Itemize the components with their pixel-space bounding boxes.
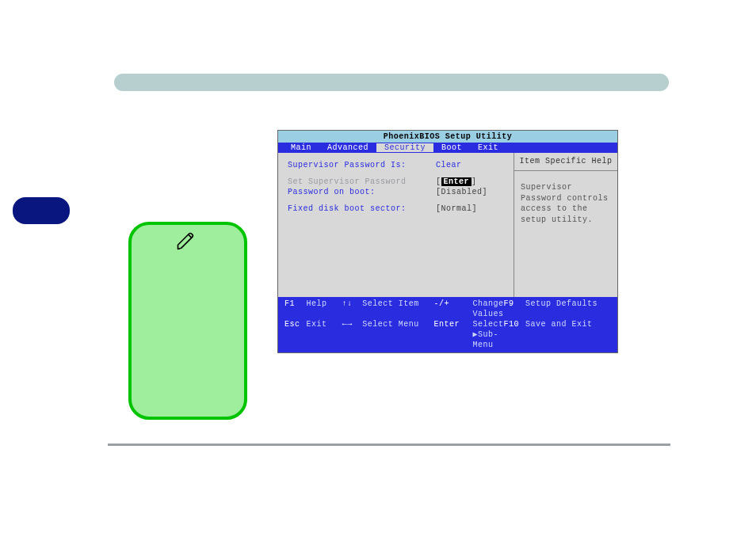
footer-row-2: Esc Exit ←→ Select Menu Enter Select ▶Su…	[284, 319, 611, 350]
value-set-supervisor-password: [Enter]	[436, 177, 506, 186]
bios-body: Supervisor Password Is: Clear Set Superv…	[278, 153, 617, 297]
label-fixed-disk-boot-sector: Fixed disk boot sector:	[288, 204, 436, 213]
row-password-on-boot[interactable]: Password on boot: [Disabled]	[288, 188, 506, 196]
label-password-on-boot: Password on boot:	[288, 188, 436, 196]
help-body: Supervisor Password controls access to t…	[514, 171, 617, 236]
row-supervisor-password: Supervisor Password Is: Clear	[288, 161, 506, 169]
footer-label-exit: Exit	[306, 319, 342, 350]
pen-icon	[175, 230, 197, 252]
footer-action-select-item: Select Item	[362, 299, 433, 319]
footer-action-select-menu: Select Menu	[362, 319, 433, 350]
footer-op-enter: Enter	[433, 319, 472, 350]
bios-menu: Main Advanced Security Boot Exit	[278, 143, 617, 153]
value-password-on-boot: [Disabled]	[436, 188, 506, 196]
note-box	[128, 222, 247, 420]
footer-right-setup-defaults: Setup Defaults	[525, 299, 611, 319]
footer-arrows-updown: ↑↓	[342, 299, 363, 319]
top-banner-rule	[114, 74, 669, 91]
footer-key-f10: F10	[504, 319, 525, 350]
row-set-supervisor-password[interactable]: Set Supervisor Password [Enter]	[288, 177, 506, 186]
bios-window: PhoenixBIOS Setup Utility Main Advanced …	[277, 130, 618, 353]
label-set-supervisor-password: Set Supervisor Password	[288, 177, 436, 186]
tab-security[interactable]: Security	[376, 143, 433, 152]
enter-key-icon: Enter	[441, 177, 472, 186]
value-supervisor-password: Clear	[436, 161, 506, 169]
footer-row-1: F1 Help ↑↓ Select Item -/+ Change Values…	[284, 299, 611, 319]
bios-help-pane: Item Specific Help Supervisor Password c…	[514, 153, 617, 297]
footer-right-save-and-exit: Save and Exit	[525, 319, 611, 350]
help-title: Item Specific Help	[514, 153, 617, 171]
footer-ops-select-submenu: Select ▶Sub-Menu	[473, 319, 504, 350]
label-supervisor-password: Supervisor Password Is:	[288, 161, 436, 169]
side-badge	[13, 197, 70, 224]
bios-footer: F1 Help ↑↓ Select Item -/+ Change Values…	[278, 297, 617, 352]
tab-advanced[interactable]: Advanced	[319, 143, 376, 152]
bios-settings-pane: Supervisor Password Is: Clear Set Superv…	[278, 153, 514, 297]
bios-title: PhoenixBIOS Setup Utility	[278, 131, 617, 143]
bottom-divider	[108, 444, 670, 446]
footer-key-esc: Esc	[284, 319, 306, 350]
row-fixed-disk-boot-sector[interactable]: Fixed disk boot sector: [Normal]	[288, 204, 506, 213]
tab-exit[interactable]: Exit	[470, 143, 506, 152]
footer-arrows-leftright: ←→	[342, 319, 363, 350]
footer-op-plusminus: -/+	[433, 299, 472, 319]
footer-key-f9: F9	[504, 299, 525, 319]
footer-key-f1: F1	[284, 299, 306, 319]
tab-main[interactable]: Main	[283, 143, 319, 152]
footer-label-help: Help	[306, 299, 342, 319]
footer-ops-change-values: Change Values	[473, 299, 504, 319]
tab-boot[interactable]: Boot	[433, 143, 470, 152]
value-fixed-disk-boot-sector: [Normal]	[436, 204, 506, 213]
